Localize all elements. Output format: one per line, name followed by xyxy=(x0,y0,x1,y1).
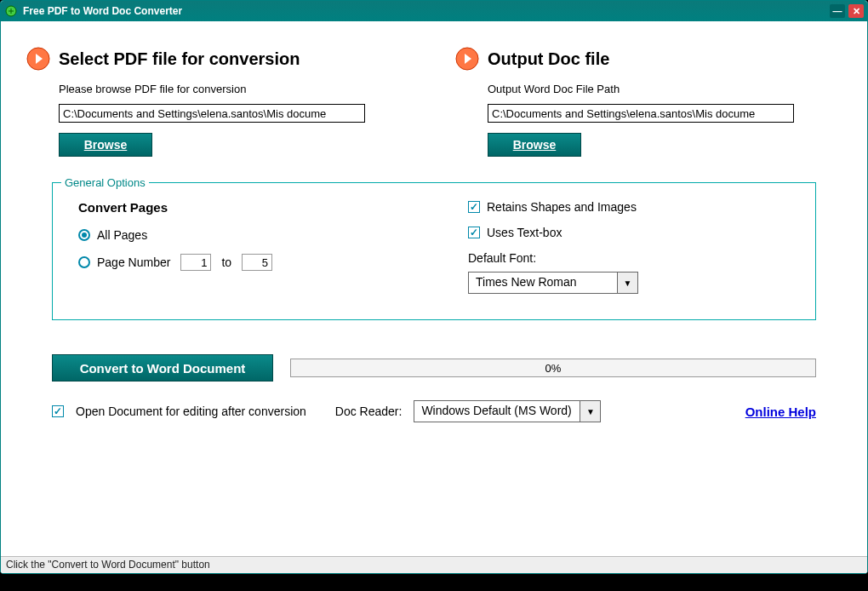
convert-row: Convert to Word Document 0% xyxy=(52,354,816,382)
titlebar-buttons: — ✕ xyxy=(830,4,864,18)
page-number-label: Page Number xyxy=(97,255,170,269)
window-title: Free PDF to Word Doc Converter xyxy=(23,5,830,17)
input-section-subtitle: Please browse PDF file for conversion xyxy=(59,83,413,95)
options-row: Convert Pages All Pages Page Number to xyxy=(78,200,790,294)
uses-textbox-label: Uses Text-box xyxy=(487,226,562,239)
default-font-label: Default Font: xyxy=(468,251,790,265)
input-path-field[interactable] xyxy=(59,104,365,123)
page-to-input[interactable] xyxy=(242,254,272,271)
uses-textbox-checkbox[interactable]: ✓ xyxy=(468,227,480,238)
chevron-down-icon[interactable]: ▼ xyxy=(580,401,600,422)
convert-button[interactable]: Convert to Word Document xyxy=(52,354,273,382)
general-options-group: General Options Convert Pages All Pages … xyxy=(52,182,816,320)
input-browse-button[interactable]: Browse xyxy=(59,133,152,157)
app-window: Free PDF to Word Doc Converter — ✕ Selec… xyxy=(0,0,868,574)
close-button[interactable]: ✕ xyxy=(848,4,864,18)
output-section-title: Output Doc file xyxy=(488,49,609,69)
retain-shapes-label: Retains Shapes and Images xyxy=(487,200,637,214)
retain-shapes-row[interactable]: ✓ Retains Shapes and Images xyxy=(468,200,790,214)
open-after-checkbox[interactable]: ✓ xyxy=(52,405,64,417)
output-path-field[interactable] xyxy=(488,104,794,123)
output-section: Output Doc file Output Word Doc File Pat… xyxy=(455,47,842,157)
app-icon xyxy=(4,4,18,18)
page-to-word: to xyxy=(221,255,231,269)
uses-textbox-row[interactable]: ✓ Uses Text-box xyxy=(468,226,790,239)
all-pages-label: All Pages xyxy=(97,228,147,242)
output-section-subtitle: Output Word Doc File Path xyxy=(488,83,842,95)
bottom-row: ✓ Open Document for editing after conver… xyxy=(52,400,816,422)
arrow-right-icon xyxy=(26,47,50,71)
options-column: ✓ Retains Shapes and Images ✓ Uses Text-… xyxy=(468,200,790,294)
minimize-button[interactable]: — xyxy=(830,4,845,18)
default-font-dropdown[interactable]: Times New Roman ▼ xyxy=(468,272,638,294)
retain-shapes-checkbox[interactable]: ✓ xyxy=(468,201,480,213)
content-area: Select PDF file for conversion Please br… xyxy=(1,21,867,573)
open-after-label: Open Document for editing after conversi… xyxy=(76,405,306,418)
chevron-down-icon[interactable]: ▼ xyxy=(617,273,637,293)
doc-reader-dropdown[interactable]: Windows Default (MS Word) ▼ xyxy=(414,400,601,422)
default-font-value: Times New Roman xyxy=(469,273,617,293)
general-options-legend: General Options xyxy=(61,176,149,189)
page-from-input[interactable] xyxy=(180,254,211,271)
output-browse-button[interactable]: Browse xyxy=(488,133,581,157)
doc-reader-label: Doc Reader: xyxy=(335,405,403,418)
input-section-header: Select PDF file for conversion xyxy=(26,47,413,71)
output-section-header: Output Doc file xyxy=(455,47,842,71)
page-number-radio[interactable] xyxy=(78,256,90,268)
doc-reader-value: Windows Default (MS Word) xyxy=(414,401,580,422)
top-row: Select PDF file for conversion Please br… xyxy=(26,47,842,157)
arrow-right-icon xyxy=(455,47,479,71)
titlebar: Free PDF to Word Doc Converter — ✕ xyxy=(1,1,867,21)
input-section-title: Select PDF file for conversion xyxy=(59,49,300,69)
status-text: Click the "Convert to Word Document" but… xyxy=(6,559,210,571)
progress-bar: 0% xyxy=(290,359,816,377)
page-number-radio-row[interactable]: Page Number to xyxy=(78,254,400,271)
online-help-link[interactable]: Online Help xyxy=(745,405,816,419)
all-pages-radio[interactable] xyxy=(78,229,90,241)
convert-pages-column: Convert Pages All Pages Page Number to xyxy=(78,200,400,294)
progress-text: 0% xyxy=(545,362,562,375)
convert-pages-title: Convert Pages xyxy=(78,200,400,215)
input-section: Select PDF file for conversion Please br… xyxy=(26,47,413,157)
status-bar: Click the "Convert to Word Document" but… xyxy=(1,556,867,573)
all-pages-radio-row[interactable]: All Pages xyxy=(78,228,400,242)
